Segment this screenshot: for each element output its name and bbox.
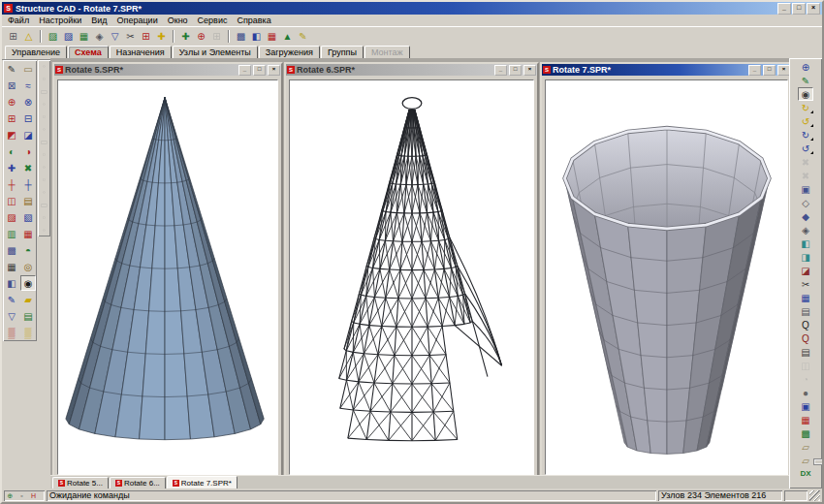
check-scheme-icon[interactable]: ✚ xyxy=(178,29,193,44)
block-icon[interactable]: ⊠ xyxy=(4,78,19,93)
view-xy-icon[interactable]: ◇ xyxy=(798,196,813,209)
spring-icon[interactable]: ≈ xyxy=(20,78,36,93)
survey-icon[interactable]: △ xyxy=(21,29,36,44)
mirror-icon[interactable]: ◫ xyxy=(4,193,19,208)
child-minimize-button[interactable]: _ xyxy=(748,65,761,76)
rotate-surface-icon[interactable]: ◎ xyxy=(20,259,36,274)
snap-icon[interactable]: ✖ xyxy=(20,160,36,175)
mdi-tab[interactable]: SRotate 5... xyxy=(52,477,109,488)
zoom-in-icon[interactable]: Q xyxy=(798,318,813,331)
spline-icon[interactable]: ✎ xyxy=(296,29,310,44)
delete-element-icon[interactable]: ◪ xyxy=(20,127,36,142)
cross-nodes-icon[interactable]: ✚ xyxy=(4,160,19,175)
child-close-button[interactable]: × xyxy=(523,65,536,76)
close-button[interactable]: × xyxy=(807,3,820,15)
viewport-shell-tube[interactable] xyxy=(545,79,788,475)
mdi-tab[interactable]: SRotate 6... xyxy=(110,477,166,488)
fragmentation-icon[interactable]: ▦ xyxy=(265,29,279,44)
child-window-rotate7[interactable]: S Rotate 7.SPR* _ □ × xyxy=(540,62,789,480)
duplicate-icon[interactable]: ▦ xyxy=(77,29,91,44)
merge-nodes-icon[interactable]: ⊟ xyxy=(20,110,36,126)
viewport-solid-cone[interactable] xyxy=(57,79,278,475)
brush-icon[interactable]: ✎ xyxy=(4,292,19,307)
child-window-rotate6[interactable]: S Rotate 6.SPR* _ □ × xyxy=(284,62,539,480)
add-mesh-icon[interactable]: ✚ xyxy=(154,29,169,44)
add-element-icon[interactable]: ◩ xyxy=(4,127,19,142)
child-minimize-button[interactable]: _ xyxy=(238,65,251,76)
menu-settings[interactable]: Настройки xyxy=(34,16,86,25)
viewport-truss-cone[interactable] xyxy=(289,79,534,475)
coord-system-button[interactable]: ⊕ xyxy=(5,491,16,500)
child-titlebar[interactable]: S Rotate 7.SPR* _ □ × xyxy=(542,64,789,76)
filter-icon[interactable]: ▽ xyxy=(4,308,19,324)
copy-scheme-icon[interactable]: ▨ xyxy=(61,29,76,44)
truss-icon[interactable]: ▨ xyxy=(4,209,19,225)
menu-window[interactable]: Окно xyxy=(163,16,193,25)
axis-icon[interactable]: ┼ xyxy=(4,176,19,192)
minimize-button[interactable]: _ xyxy=(777,3,791,15)
cut-scheme-icon[interactable]: ✂ xyxy=(123,29,138,44)
toolbar-handle[interactable] xyxy=(813,458,824,465)
cube-tool-icon[interactable]: ◧ xyxy=(4,275,19,291)
display-mesh-icon[interactable]: ▩ xyxy=(798,426,813,440)
copy-fragment-icon[interactable]: ▨ xyxy=(46,29,60,44)
grid-icon[interactable]: ▩ xyxy=(4,242,19,258)
express-control-icon[interactable]: ⊕ xyxy=(194,29,208,44)
child-titlebar[interactable]: S Rotate 5.SPR* _ □ × xyxy=(54,64,281,76)
delete-node-icon[interactable]: ⊗ xyxy=(20,94,36,110)
view-xz-icon[interactable]: ◆ xyxy=(798,209,813,223)
global-axes-icon[interactable]: ⊕ xyxy=(798,60,813,74)
shading-icon[interactable]: ● xyxy=(798,386,813,399)
menu-view[interactable]: Вид xyxy=(86,16,111,25)
cube-front-icon[interactable]: ◧ xyxy=(798,236,813,250)
cut-icon[interactable]: ✂ xyxy=(798,277,813,291)
iso-view-icon[interactable]: ▣ xyxy=(798,182,813,196)
tab-схема[interactable]: Схема xyxy=(68,46,109,59)
menu-operations[interactable]: Операции xyxy=(112,16,163,25)
draw-surface-icon[interactable]: ◉ xyxy=(20,275,36,291)
tab-загружения[interactable]: Загружения xyxy=(259,46,320,59)
dxf-export-button[interactable]: DX xyxy=(800,469,810,478)
history-button[interactable]: H xyxy=(28,491,39,500)
fill-icon[interactable]: ▰ xyxy=(20,292,36,307)
maximize-button[interactable]: □ xyxy=(792,3,806,15)
map-icon[interactable]: ▦ xyxy=(798,413,813,426)
view-yz-icon[interactable]: ◈ xyxy=(798,223,813,236)
cube-side-icon[interactable]: ◨ xyxy=(798,250,813,264)
render-image-icon[interactable]: ▣ xyxy=(798,399,813,413)
divide-element-icon[interactable]: ◐ xyxy=(4,143,19,159)
shell-icon[interactable]: ▦ xyxy=(20,226,36,241)
tab-узлы-и-элементы[interactable]: Узлы и Элементы xyxy=(173,46,258,59)
panel-icon[interactable]: ▤ xyxy=(798,304,813,318)
model-view-icon[interactable]: ◧ xyxy=(249,29,264,44)
rotate-z-cw-icon[interactable]: ↻ xyxy=(798,128,813,142)
child-restore-button[interactable]: □ xyxy=(253,65,266,76)
stitch-mesh-icon[interactable]: ⊞ xyxy=(139,29,153,44)
palette-icon[interactable]: ▒ xyxy=(4,325,19,340)
child-restore-button[interactable]: □ xyxy=(509,65,522,76)
print-icon[interactable]: ▤ xyxy=(798,345,813,359)
menu-service[interactable]: Сервис xyxy=(193,16,233,25)
grid-steps-icon[interactable]: ▦ xyxy=(4,259,19,274)
child-window-rotate5[interactable]: S Rotate 5.SPR* _ □ × xyxy=(52,62,283,480)
frame-icon[interactable]: ▧ xyxy=(20,209,36,225)
mdi-tab[interactable]: SRotate 7.SPR* xyxy=(167,476,238,488)
add-node-icon[interactable]: ⊕ xyxy=(4,94,19,110)
pencil-icon[interactable]: ✎ xyxy=(4,61,19,77)
mesh-generation-icon[interactable]: ◈ xyxy=(92,29,107,44)
child-titlebar[interactable]: S Rotate 6.SPR* _ □ × xyxy=(286,64,537,76)
tab-группы[interactable]: Группы xyxy=(321,46,364,59)
child-restore-button[interactable]: □ xyxy=(763,65,776,76)
join-elements-icon[interactable]: ◑ xyxy=(20,143,36,159)
surface-icon[interactable]: ◓ xyxy=(20,242,36,258)
assembly-icon[interactable]: ▩ xyxy=(234,29,248,44)
tab-назначения[interactable]: Назначения xyxy=(110,46,172,59)
zoom-out-icon[interactable]: Q xyxy=(798,331,813,345)
move-scheme-icon[interactable]: ⊞ xyxy=(6,29,20,44)
menu-help[interactable]: Справка xyxy=(232,16,275,25)
units-button[interactable]: ▫ xyxy=(16,491,27,500)
tab-управление[interactable]: Управление xyxy=(5,46,67,59)
triangulate-icon[interactable]: ▲ xyxy=(280,29,295,44)
child-close-button[interactable]: × xyxy=(268,65,280,76)
draw-plane-icon[interactable]: ✎ xyxy=(798,74,813,87)
